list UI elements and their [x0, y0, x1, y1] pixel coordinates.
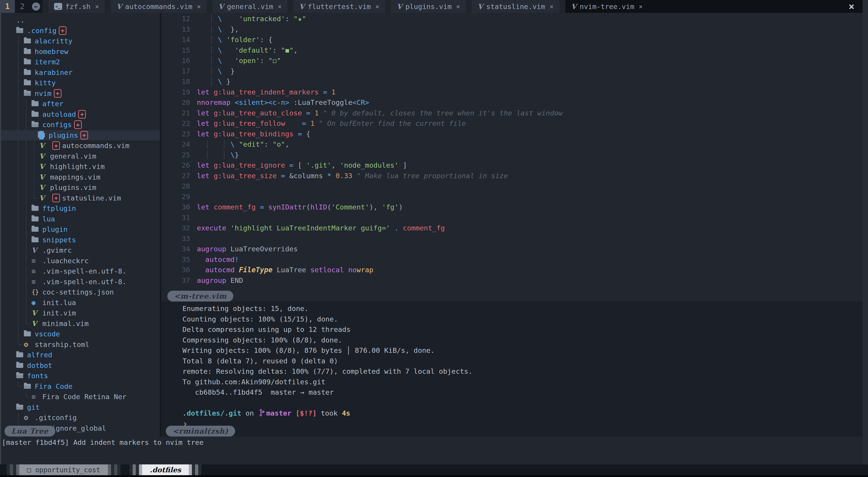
code-line-12[interactable]: 12 │ \ 'untracked': "★" [161, 13, 863, 24]
tree-item-label: mappings.vim [50, 173, 100, 181]
tree-item-Fira-Code-Retina-Ner[interactable]: ≡Fira Code Retina Ner [0, 391, 160, 402]
tree-item-minimal.vim[interactable]: Vminimal.vim [0, 318, 160, 329]
tree-item-.vim-spell-en.utf-8.[interactable]: ≡.vim-spell-en.utf-8. [0, 276, 160, 287]
tab-separator [287, 0, 293, 13]
tree-item-snippets[interactable]: snippets [0, 235, 160, 245]
tab-nvim-tree.vim[interactable]: Vnvim-tree.vim× [565, 0, 649, 13]
tree-item-.luacheckrc[interactable]: ≡.luacheckrc [0, 255, 160, 266]
tab-close-icon[interactable]: × [95, 3, 99, 10]
tree-item-coc-settings.json[interactable]: {}coc-settings.json [0, 287, 160, 298]
code-line-14[interactable]: 14 │ \ 'folder': { [161, 34, 863, 45]
tree-item-init.lua[interactable]: ◉init.lua [0, 298, 160, 308]
tree-item-.gvimrc[interactable]: V.gvimrc [0, 245, 160, 255]
code-line-24[interactable]: 24 │ │ \ "edit": "o", [161, 139, 863, 149]
code-line-36[interactable]: 36 autocmd FileType LuaTree setlocal now… [161, 265, 863, 275]
code-line-31[interactable]: 31 [161, 212, 863, 223]
tree-item-label: nvim [35, 89, 52, 97]
tree-item-label: karabiner [35, 68, 72, 76]
code-line-21[interactable]: 21let g:lua_tree_auto_close = 1 " 0 by d… [161, 108, 863, 118]
tree-item-plugins[interactable]: plugins+ [0, 130, 160, 141]
code-line-20[interactable]: 20nnoremap <silent><c-n> :LuaTreeToggle<… [161, 97, 863, 108]
tree-item-..[interactable]: .. [0, 15, 160, 26]
tree-item-lua[interactable]: lua [0, 214, 160, 224]
tree-item-nvim[interactable]: nvim+ [0, 88, 160, 99]
tab-label: fzf.sh [65, 2, 91, 10]
code-line-28[interactable]: 28 [161, 181, 863, 192]
tab-autocommands.vim[interactable]: Vautocommands.vim× [111, 0, 207, 13]
tree-item-iterm2[interactable]: iterm2 [0, 57, 160, 67]
code-line-13[interactable]: 13 │ \ }, [161, 24, 863, 35]
code-line-23[interactable]: 23let g:lua_tree_bindings = { [161, 129, 863, 139]
code-line-37[interactable]: 37augroup END [161, 275, 863, 286]
code-line-30[interactable]: 30let comment_fg = synIDattr(hlID('Comme… [161, 202, 863, 212]
tree-item-git[interactable]: git [0, 402, 160, 413]
code-line-22[interactable]: 22let g:lua_tree_follow = 1 " On bufEnte… [161, 118, 863, 129]
code-line-25[interactable]: 25 │ │ \} [161, 149, 863, 160]
tree-item-alacritty[interactable]: alacritty [0, 36, 160, 46]
tree-item-alfred[interactable]: alfred [0, 350, 160, 360]
tab-close-icon[interactable]: × [375, 3, 379, 10]
tree-item-init.vim[interactable]: Vinit.vim [0, 308, 160, 318]
tmux-pane-number-active[interactable]: 1 [0, 0, 15, 13]
tab-plugins.vim[interactable]: Vplugins.vim× [391, 0, 466, 13]
close-all-icon[interactable]: × [849, 2, 855, 11]
tree-item-statusline.vim[interactable]: V+statusline.vim [0, 193, 160, 203]
line-number: 17 [161, 66, 197, 76]
folder-icon [24, 38, 32, 43]
tab-fluttertest.vim[interactable]: Vfluttertest.vim× [293, 0, 385, 13]
window-right-edge [863, 0, 868, 465]
tree-item-dotbot[interactable]: dotbot [0, 360, 160, 371]
tab-close-icon[interactable]: × [197, 3, 201, 10]
code-line-32[interactable]: 32execute 'highlight LuaTreeIndentMarker… [161, 223, 863, 233]
tree-item-ftplugin[interactable]: ftplugin [0, 203, 160, 214]
tab-close-icon[interactable]: × [278, 3, 281, 10]
tree-item-fonts[interactable]: fonts [0, 371, 160, 381]
code-line-35[interactable]: 35 autocmd! [161, 254, 863, 265]
git-new-badge: + [52, 194, 60, 202]
tree-item-.vim-spell-en.utf-8.[interactable]: ≡.vim-spell-en.utf-8. [0, 266, 160, 276]
tab-close-icon[interactable]: × [639, 3, 643, 10]
code-line-18[interactable]: 18 │ \ } [161, 76, 863, 87]
tree-item-autoload[interactable]: autoload+ [0, 109, 160, 120]
code-line-15[interactable]: 15 │ \ 'default': "◼", [161, 45, 863, 56]
editor-buffer[interactable]: 12 │ \ 'untracked': "★"13 │ \ },14 │ \ '… [161, 13, 863, 302]
tree-item-highlight.vim[interactable]: Vhighlight.vim [0, 161, 160, 172]
tree-item-mappings.vim[interactable]: Vmappings.vim [0, 172, 160, 182]
tree-item-karabiner[interactable]: karabiner [0, 67, 160, 78]
tree-item-homebrew[interactable]: homebrew [0, 46, 160, 57]
git-new-badge: + [52, 141, 60, 150]
code-line-34[interactable]: 34augroup LuaTreeOverrides [161, 244, 863, 254]
code-line-17[interactable]: 17 │ \ } [161, 66, 863, 76]
code-line-27[interactable]: 27let g:lua_tree_size = &columns * 0.33 … [161, 171, 863, 181]
tree-item-vscode[interactable]: vscode [0, 329, 160, 339]
folder-icon [24, 332, 32, 336]
tmux-window-opportunity-cost[interactable]: □ opportunity_cost [19, 465, 108, 475]
tab-fzf.sh[interactable]: >_fzf.sh× [48, 0, 105, 13]
shell-input-line[interactable]: › [182, 418, 863, 429]
tree-item-autocommands.vim[interactable]: V+autocommands.vim [0, 140, 160, 151]
tree-item-configs[interactable]: configs+ [0, 120, 160, 130]
tab-close-icon[interactable]: × [456, 3, 460, 10]
tab-general.vim[interactable]: Vgeneral.vim× [213, 0, 288, 13]
code-line-16[interactable]: 16 │ \ 'open': "◻" [161, 55, 863, 66]
tree-item-Fira-Code[interactable]: Fira Code [0, 381, 160, 392]
tree-item-after[interactable]: after [0, 99, 160, 109]
terminal-pane[interactable]: Enumerating objects: 15, done.Counting o… [161, 302, 863, 437]
code-line-26[interactable]: 26let g:lua_tree_ignore = [ '.git', 'nod… [161, 160, 863, 171]
tree-item-plugin[interactable]: plugin [0, 224, 160, 235]
tmux-window-dotfiles-active[interactable]: .dotfiles [142, 465, 189, 475]
back-arrow-button[interactable]: ← [30, 0, 42, 13]
tree-item-general.vim[interactable]: Vgeneral.vim [0, 151, 160, 162]
code-line-19[interactable]: 19let g:lua_tree_indent_markers = 1 [161, 87, 863, 97]
tree-item-.gitconfig[interactable]: ⚙.gitconfig [0, 412, 160, 423]
code-line-33[interactable]: 33 [161, 233, 863, 244]
tree-item-.config[interactable]: .config+ [0, 26, 160, 36]
tab-statusline.vim[interactable]: Vstatusline.vim× [472, 0, 559, 13]
terminal-output-line: Writing objects: 100% (8/8), 876 bytes │… [182, 345, 863, 356]
tree-item-starship.toml[interactable]: ⚙starship.toml [0, 339, 160, 350]
tmux-pane-number-other[interactable]: 2 [15, 0, 30, 13]
tree-item-plugins.vim[interactable]: Vplugins.vim [0, 182, 160, 193]
code-line-29[interactable]: 29 [161, 192, 863, 202]
tree-item-kitty[interactable]: kitty [0, 78, 160, 88]
tab-close-icon[interactable]: × [550, 3, 553, 10]
